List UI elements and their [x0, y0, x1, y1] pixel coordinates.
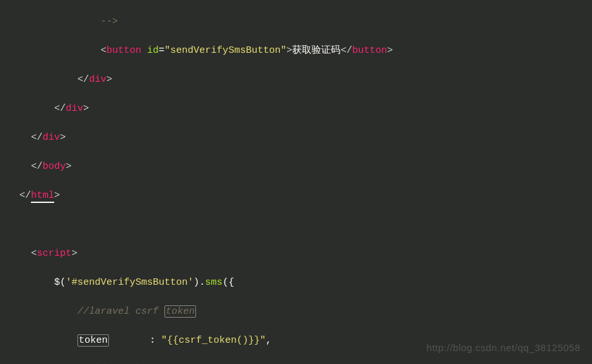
code-line: </div>	[8, 131, 584, 146]
code-line: <button id="sendVerifySmsButton">获取验证码</…	[8, 44, 584, 59]
code-line: </body>	[8, 160, 584, 175]
code-editor: --> <button id="sendVerifySmsButton">获取验…	[0, 0, 592, 364]
watermark: http://blog.csdn.net/qq_38125058	[426, 341, 580, 356]
code-line	[8, 218, 584, 233]
code-line: -->	[8, 15, 584, 30]
code-line: //laravel csrf token	[8, 305, 584, 320]
code-line: <script>	[8, 247, 584, 262]
code-line: $('#sendVerifySmsButton').sms({	[8, 276, 584, 291]
code-line: </div>	[8, 73, 584, 88]
code-line: </html>	[8, 189, 584, 204]
code-line: </div>	[8, 102, 584, 117]
